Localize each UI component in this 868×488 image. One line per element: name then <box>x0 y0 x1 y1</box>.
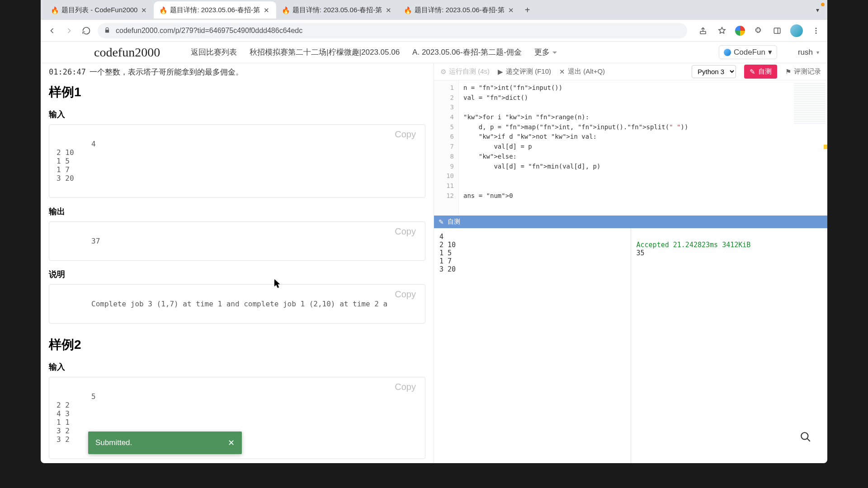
extensions-icon[interactable] <box>752 25 764 37</box>
nav-back-contest[interactable]: 返回比赛列表 <box>191 47 237 57</box>
nav-problem-name[interactable]: A. 2023.05.06-春招-第二题-佣金 <box>412 47 522 57</box>
tab-title: 题目详情: 2023.05.06-春招-第 <box>415 6 504 14</box>
play-icon: ▶ <box>498 68 503 76</box>
chevron-down-icon[interactable]: ▾ <box>816 6 819 14</box>
selftest-panel: 4 2 10 1 5 1 7 3 20 Accepted 21.242823ms… <box>434 228 827 463</box>
browser-tab-1[interactable]: 🔥 题目列表 - CodeFun2000 ✕ <box>45 1 154 19</box>
reload-button[interactable] <box>80 25 92 37</box>
language-select[interactable]: Python 3 <box>692 65 736 78</box>
star-icon[interactable] <box>716 25 728 37</box>
problem-panel[interactable]: 01:26:47 一个整数，表示塔子哥所能拿到的最多佣金。 样例1 输入 Cop… <box>41 63 434 463</box>
editor-toolbar: ⚙ 运行自测 (4s) ▶ 递交评测 (F10) ✕ 退出 (Alt+Q) Py… <box>434 63 827 80</box>
svg-rect-1 <box>774 28 780 33</box>
copy-button[interactable]: Copy <box>388 380 422 394</box>
copy-button[interactable]: Copy <box>388 287 422 301</box>
globe-icon <box>724 49 731 56</box>
contest-timer: 01:26:47 <box>49 67 86 76</box>
pencil-icon: ✎ <box>750 68 755 76</box>
tab-title: 题目列表 - CodeFun2000 <box>61 6 137 14</box>
record-button[interactable]: ⚑ 评测记录 <box>785 67 821 76</box>
copy-button[interactable]: Copy <box>388 127 422 141</box>
svg-point-5 <box>801 432 808 439</box>
notification-dot-icon <box>821 3 825 6</box>
sample1-output-box[interactable]: Copy37 <box>49 221 425 261</box>
share-icon[interactable] <box>697 25 709 37</box>
sample1-output: 37 <box>91 237 100 245</box>
selftest-input[interactable]: 4 2 10 1 5 1 7 3 20 <box>434 228 631 463</box>
line-gutter: 1 2 3 4 5 6 7 8 9 10 11 12 <box>434 80 459 216</box>
sample1-explain: Complete job 3 (1,7) at time 1 and compl… <box>91 300 387 308</box>
nav-more[interactable]: 更多 <box>534 47 557 57</box>
nav-user-dropdown[interactable]: rush ▾ <box>798 48 819 57</box>
input-heading: 输入 <box>49 109 425 120</box>
profile-color-icon[interactable] <box>735 26 745 36</box>
sample1-input-box[interactable]: Copy4 2 10 1 5 1 7 3 20 <box>49 124 425 198</box>
chevron-down-icon: ▾ <box>816 49 819 56</box>
copy-button[interactable]: Copy <box>388 225 422 239</box>
browser-tab-3[interactable]: 🔥 题目详情: 2023.05.06-春招-第 ✕ <box>276 1 398 19</box>
pencil-icon: ✎ <box>439 218 444 225</box>
back-button[interactable] <box>46 25 58 37</box>
warning-marker-icon <box>824 145 827 149</box>
sample2-heading: 样例2 <box>49 336 425 353</box>
flame-icon: 🔥 <box>404 6 411 14</box>
browser-tabstrip: 🔥 题目列表 - CodeFun2000 ✕ 🔥 题目详情: 2023.05.0… <box>41 0 827 20</box>
search-fab[interactable] <box>797 429 814 445</box>
kebab-menu-icon[interactable] <box>810 25 822 37</box>
new-tab-button[interactable]: + <box>521 3 534 17</box>
run-selftest-button: ⚙ 运行自测 (4s) <box>440 67 490 76</box>
code-editor[interactable]: 1 2 3 4 5 6 7 8 9 10 11 12 n = "fn">int(… <box>434 80 827 216</box>
url-bar[interactable]: codefun2000.com/p/279?tid=646975c490f0dd… <box>98 23 687 38</box>
selftest-bar[interactable]: ✎ 自测 <box>434 216 827 228</box>
editor-panel: ⚙ 运行自测 (4s) ▶ 递交评测 (F10) ✕ 退出 (Alt+Q) Py… <box>434 63 827 463</box>
test-status: Accepted 21.242823ms 3412KiB <box>637 241 751 249</box>
lock-icon <box>104 27 111 34</box>
selftest-output: Accepted 21.242823ms 3412KiB 35 <box>631 228 828 463</box>
sample1-input: 4 2 10 1 5 1 7 3 20 <box>57 140 96 183</box>
explain-heading: 说明 <box>49 269 425 280</box>
close-icon[interactable]: ✕ <box>141 6 148 14</box>
nav-contest-name[interactable]: 秋招模拟赛第二十二场|柠檬微趣|2023.05.06 <box>250 47 400 57</box>
svg-point-2 <box>816 28 817 29</box>
selftest-button[interactable]: ✎ 自测 <box>744 65 777 79</box>
close-icon[interactable]: ✕ <box>386 6 393 14</box>
avatar[interactable] <box>790 24 803 37</box>
exit-button[interactable]: ✕ 退出 (Alt+Q) <box>559 67 605 76</box>
svg-point-4 <box>816 32 817 33</box>
chevron-down-icon: ▾ <box>768 47 772 57</box>
browser-toolbar: codefun2000.com/p/279?tid=646975c490f0dd… <box>41 20 827 42</box>
input-heading-2: 输入 <box>49 361 425 372</box>
forward-button[interactable] <box>63 25 75 37</box>
minimap[interactable] <box>794 83 826 124</box>
flame-icon: 🔥 <box>51 6 58 14</box>
sample1-heading: 样例1 <box>49 84 425 101</box>
flame-icon: 🔥 <box>159 6 166 14</box>
sample1-explain-box[interactable]: CopyComplete job 3 (1,7) at time 1 and c… <box>49 284 425 324</box>
selftest-label: 自测 <box>448 218 460 226</box>
tab-title: 题目详情: 2023.05.06-春招-第 <box>170 6 259 14</box>
sidepanel-icon[interactable] <box>771 25 783 37</box>
toast-submitted: Submitted. ✕ <box>88 432 242 454</box>
url-text: codefun2000.com/p/279?tid=646975c490f0dd… <box>116 27 681 35</box>
nav-codefun-dropdown[interactable]: CodeFun ▾ <box>719 45 777 59</box>
close-icon[interactable]: ✕ <box>228 438 235 448</box>
close-icon: ✕ <box>559 68 565 76</box>
test-answer: 35 <box>637 249 645 257</box>
code-area[interactable]: n = "fn">int("fn">input()) val = "fn">di… <box>459 80 827 216</box>
svg-rect-0 <box>700 31 706 33</box>
codefun-label: CodeFun <box>734 48 765 57</box>
submit-button[interactable]: ▶ 递交评测 (F10) <box>498 67 551 76</box>
gear-icon: ⚙ <box>440 68 446 76</box>
browser-tab-4[interactable]: 🔥 题目详情: 2023.05.06-春招-第 ✕ <box>398 1 520 19</box>
site-header: codefun2000 返回比赛列表 秋招模拟赛第二十二场|柠檬微趣|2023.… <box>41 42 827 63</box>
flame-icon: 🔥 <box>282 6 289 14</box>
svg-point-3 <box>816 30 817 31</box>
toast-text: Submitted. <box>95 438 132 447</box>
site-logo[interactable]: codefun2000 <box>49 45 178 60</box>
tab-title: 题目详情: 2023.05.06-春招-第 <box>292 6 382 14</box>
browser-tab-2[interactable]: 🔥 题目详情: 2023.05.06-春招-第 ✕ <box>154 1 276 19</box>
close-icon[interactable]: ✕ <box>264 6 271 14</box>
flag-icon: ⚑ <box>785 68 791 76</box>
close-icon[interactable]: ✕ <box>508 6 515 14</box>
desc-fragment: 一个整数，表示塔子哥所能拿到的最多佣金。 <box>90 67 243 77</box>
